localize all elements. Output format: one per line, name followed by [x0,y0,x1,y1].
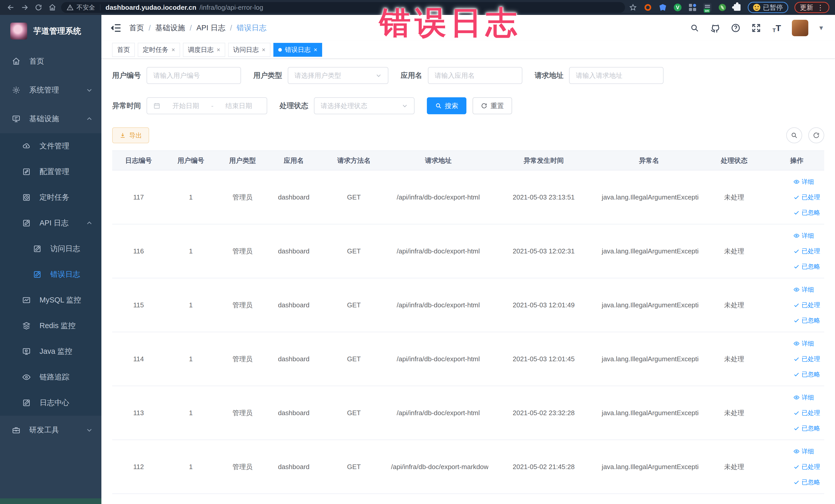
fullscreen-icon[interactable] [751,23,761,33]
sidebar-item-cron-jobs[interactable]: 定时任务 [0,185,101,210]
mark-ignored-link[interactable]: 已忽略 [793,370,820,379]
extension-shield-icon[interactable] [658,3,667,12]
sidebar-item-tracing[interactable]: 链路追踪 [0,364,101,390]
tab-cron-jobs[interactable]: 定时任务× [138,43,180,57]
search-button[interactable]: 搜索 [427,97,466,114]
end-date-placeholder[interactable]: 结束日期 [217,101,261,110]
sidebar-item-error-log[interactable]: 错误日志 [0,262,101,287]
table-row[interactable]: 112 1 管理员 dashboard GET /api/infra/db-do… [112,440,824,494]
breadcrumb-home[interactable]: 首页 [129,23,144,33]
breadcrumb-api-log[interactable]: API 日志 [196,23,225,33]
detail-link[interactable]: 详细 [793,285,814,294]
mark-ignored-link[interactable]: 已忽略 [793,424,820,432]
paused-badge[interactable]: 已暂停 [748,2,788,13]
home-icon[interactable] [47,2,58,13]
table-header-row: 日志编号 用户编号 用户类型 应用名 请求方法名 请求地址 异常发生时间 异常名… [112,151,824,170]
detail-link[interactable]: 详细 [793,231,814,240]
github-icon[interactable] [710,23,720,33]
close-icon[interactable]: × [262,46,265,54]
sidebar-item-infra[interactable]: 基础设施 [0,104,101,133]
log-doc-icon [33,244,42,253]
mark-processed-link[interactable]: 已处理 [793,247,820,255]
extension-on-badge-icon[interactable]: on [703,3,712,12]
tab-schedule-log[interactable]: 调度日志× [183,43,225,57]
search-icon[interactable] [689,23,700,33]
sidebar-item-redis-monitor[interactable]: Redis 监控 [0,313,101,339]
request-url-input[interactable] [569,67,664,84]
sidebar-item-mysql-monitor[interactable]: MySQL 监控 [0,287,101,313]
mark-processed-link[interactable]: 已处理 [793,301,820,309]
logo-row[interactable]: 芋道管理系统 [0,15,101,47]
col-user-id: 用户编号 [165,156,217,165]
sidebar-item-access-log[interactable]: 访问日志 [0,236,101,262]
process-status-select[interactable]: 请选择处理状态 [314,97,414,114]
extension-green-v-icon[interactable]: V [673,3,682,12]
close-icon[interactable]: × [217,46,220,54]
breadcrumb-infra[interactable]: 基础设施 [155,23,185,33]
tab-access-log[interactable]: 访问日志× [228,43,270,57]
reset-button[interactable]: 重置 [472,97,512,114]
extension-grid-icon[interactable] [688,3,697,12]
java-screen-icon [22,347,31,356]
refresh-table-button[interactable] [808,127,824,143]
back-icon[interactable] [6,2,16,13]
sidebar-item-java-monitor[interactable]: Java 监控 [0,339,101,364]
bookmark-star-icon[interactable] [629,3,637,12]
font-size-icon[interactable]: TT [771,23,782,33]
mark-ignored-link[interactable]: 已忽略 [793,208,820,217]
mark-processed-link[interactable]: 已处理 [793,193,820,201]
mark-ignored-link[interactable]: 已忽略 [793,316,820,324]
hide-search-button[interactable] [786,127,802,143]
tab-error-log[interactable]: 错误日志× [273,43,322,57]
request-url-input-field[interactable] [576,72,657,80]
reload-icon[interactable] [33,2,44,13]
update-button[interactable]: 更新⋮ [794,2,829,13]
forward-icon[interactable] [20,2,30,13]
table-row[interactable]: 115 1 管理员 dashboard GET /api/infra/db-do… [112,278,824,332]
date-range-picker[interactable]: 开始日期 - 结束日期 [147,97,267,114]
table-row[interactable]: 117 1 管理员 dashboard GET /api/infra/db-do… [112,170,824,224]
sidebar-item-home[interactable]: 首页 [0,47,101,76]
table-row[interactable]: 114 1 管理员 dashboard GET /api/infra/db-do… [112,332,824,386]
detail-link[interactable]: 详细 [793,447,814,456]
sidebar-item-file-mgmt[interactable]: 文件管理 [0,133,101,159]
sidebar-item-system[interactable]: 系统管理 [0,76,101,104]
mark-processed-link[interactable]: 已处理 [793,463,820,471]
sidebar-item-dev-tools[interactable]: 研发工具 [0,416,101,444]
app-name-input-field[interactable] [434,72,516,80]
help-icon[interactable] [730,23,741,33]
close-icon[interactable]: × [171,46,175,54]
address-bar[interactable]: 不安全 dashboard.yudao.iocoder.cn/infra/log… [61,2,625,13]
extension-sprout-icon[interactable] [718,3,727,12]
user-avatar[interactable] [792,20,808,36]
mark-ignored-link[interactable]: 已忽略 [793,478,820,486]
user-id-input[interactable] [147,67,241,84]
extensions-puzzle-icon[interactable] [733,3,741,12]
detail-link[interactable]: 详细 [793,394,814,402]
url-path[interactable]: /infra/log/api-error-log [200,4,263,12]
user-id-input-field[interactable] [153,72,235,80]
sidebar-item-log-center[interactable]: 日志中心 [0,390,101,416]
export-button[interactable]: 导出 [112,127,149,143]
detail-link[interactable]: 详细 [793,178,814,186]
user-type-select[interactable]: 请选择用户类型 [288,67,388,84]
tab-home[interactable]: 首页 [112,43,135,57]
sidebar-fold-icon[interactable] [110,22,122,34]
sidebar-item-api-log[interactable]: API 日志 [0,210,101,236]
avatar-caret-icon[interactable]: ▼ [818,24,824,32]
sidebar-item-config-mgmt[interactable]: 配置管理 [0,159,101,185]
app-name-input[interactable] [428,67,522,84]
security-label[interactable]: 不安全 [77,3,95,12]
url-host[interactable]: dashboard.yudao.iocoder.cn [105,4,196,12]
detail-link[interactable]: 详细 [793,339,814,348]
start-date-placeholder[interactable]: 开始日期 [164,101,208,110]
mark-processed-link[interactable]: 已处理 [793,355,820,363]
download-icon [119,132,126,139]
mark-processed-link[interactable]: 已处理 [793,409,820,417]
extension-orange-icon[interactable] [644,3,652,12]
table-row[interactable]: 116 1 管理员 dashboard GET /api/infra/db-do… [112,224,824,278]
mark-ignored-link[interactable]: 已忽略 [793,262,820,270]
browser-menu-icon[interactable]: ⋮ [817,3,824,12]
table-row[interactable]: 113 1 管理员 dashboard GET /api/infra/db-do… [112,386,824,440]
close-icon[interactable]: × [314,46,317,54]
